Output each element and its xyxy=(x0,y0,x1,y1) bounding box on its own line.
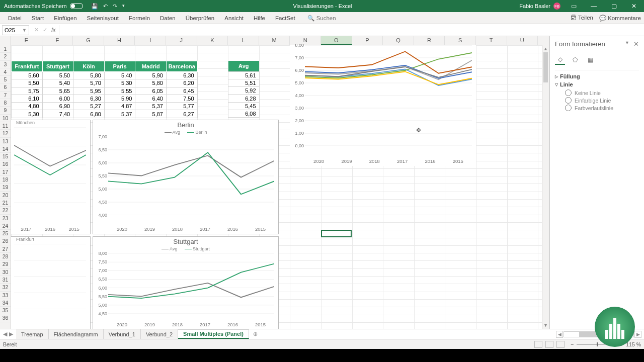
table-cell[interactable]: 5,37 xyxy=(104,110,135,118)
ribbon-tab-start[interactable]: Start xyxy=(27,12,49,24)
maximize-icon[interactable]: ▢ xyxy=(604,3,624,10)
table-cell[interactable]: 6,80 xyxy=(73,110,105,118)
name-box-dropdown-icon[interactable]: ▼ xyxy=(22,28,27,33)
row-header-27[interactable]: 27 xyxy=(0,245,11,253)
ribbon-tab-seitenlayout[interactable]: Seitenlayout xyxy=(82,12,124,24)
table-cell[interactable]: 5,40 xyxy=(42,79,73,87)
table-cell[interactable]: 5,55 xyxy=(104,87,135,95)
effects-tab-icon[interactable]: ⬠ xyxy=(570,55,580,65)
column-header-O[interactable]: O xyxy=(321,36,352,45)
table-cell[interactable]: 6,30 xyxy=(73,95,105,102)
table-cell[interactable]: 5,30 xyxy=(12,110,43,118)
row-header-32[interactable]: 32 xyxy=(0,284,11,291)
line-option-gradient[interactable]: Farbverlaufslinie xyxy=(565,105,639,111)
column-header-H[interactable]: H xyxy=(104,36,135,45)
chart-berlin[interactable]: Berlin Avg Berlin 4,004,505,005,506,006,… xyxy=(93,120,279,234)
table-cell[interactable]: 7,50 xyxy=(166,95,197,102)
vertical-scrollbar[interactable]: ▲ ▼ xyxy=(542,45,549,329)
table-cell[interactable]: 5,70 xyxy=(73,79,105,87)
column-header-E[interactable]: E xyxy=(11,36,42,45)
table-cell[interactable]: 5,75 xyxy=(12,87,43,95)
table-cell[interactable]: 5,50 xyxy=(42,72,73,79)
table-cell[interactable]: 6,00 xyxy=(42,95,73,102)
table-cell[interactable]: 6,10 xyxy=(12,95,43,102)
formula-input[interactable] xyxy=(59,25,644,35)
column-header-I[interactable]: I xyxy=(135,36,166,45)
row-header-35[interactable]: 35 xyxy=(0,307,11,314)
table-cell[interactable]: 5,27 xyxy=(73,103,105,110)
pane-close-icon[interactable]: ✕ xyxy=(633,40,639,48)
add-sheet-icon[interactable]: ⊕ xyxy=(249,331,262,337)
row-header-2[interactable]: 2 xyxy=(0,53,11,60)
table-cell[interactable]: 5,80 xyxy=(135,79,167,87)
table-cell[interactable]: 5,40 xyxy=(104,72,135,79)
column-header-F[interactable]: F xyxy=(42,36,73,45)
name-box[interactable]: O25 ▼ xyxy=(2,25,29,35)
table-cell[interactable]: 4,80 xyxy=(12,103,43,110)
fx-icon[interactable]: fx xyxy=(51,27,56,33)
cells-area[interactable]: FrankfurtStuttgartKölnParisMadridBarcelo… xyxy=(11,45,549,329)
row-header-11[interactable]: 11 xyxy=(0,122,11,130)
ribbon-tab-hilfe[interactable]: Hilfe xyxy=(249,12,270,24)
row-header-30[interactable]: 30 xyxy=(0,268,11,276)
chart-stuttgart[interactable]: Stuttgart Avg Stuttgart 4,505,005,506,00… xyxy=(93,236,279,329)
undo-icon[interactable]: ↶ xyxy=(103,3,108,10)
ribbon-tab-ansicht[interactable]: Ansicht xyxy=(219,12,249,24)
cancel-formula-icon[interactable]: ✕ xyxy=(34,27,39,33)
table-cell[interactable]: 6,05 xyxy=(135,87,167,95)
page-layout-view-icon[interactable] xyxy=(545,341,553,348)
row-header-34[interactable]: 34 xyxy=(0,299,11,307)
ribbon-tab-einfuegen[interactable]: Einfügen xyxy=(49,12,82,24)
row-header-1[interactable]: 1 xyxy=(0,45,11,53)
ribbon-tab-factset[interactable]: FactSet xyxy=(270,12,300,24)
row-header-3[interactable]: 3 xyxy=(0,61,11,68)
line-option-solid[interactable]: Einfarbige Linie xyxy=(565,97,639,104)
table-cell[interactable]: 7,40 xyxy=(42,110,73,118)
close-icon[interactable]: ✕ xyxy=(624,3,644,10)
column-header-S[interactable]: S xyxy=(445,36,476,45)
column-header-T[interactable]: T xyxy=(476,36,507,45)
row-header-8[interactable]: 8 xyxy=(0,99,11,107)
row-header-22[interactable]: 22 xyxy=(0,207,11,214)
column-header-P[interactable]: P xyxy=(352,36,383,45)
table-cell[interactable]: 5,87 xyxy=(135,110,167,118)
sheet-tab-small-multiples-panel-[interactable]: Small Multiples (Panel) xyxy=(178,329,249,339)
select-all-corner[interactable] xyxy=(0,36,11,45)
table-cell[interactable]: 5,37 xyxy=(135,103,167,110)
row-header-12[interactable]: 12 xyxy=(0,130,11,137)
column-header-M[interactable]: M xyxy=(259,36,290,45)
vscroll-thumb[interactable] xyxy=(543,52,548,82)
table-cell[interactable]: 6,20 xyxy=(166,79,197,87)
page-break-view-icon[interactable] xyxy=(556,341,565,348)
column-header-U[interactable]: U xyxy=(507,36,538,45)
sheet-tab-fl-chendiagramm[interactable]: Flächendiagramm xyxy=(49,329,104,339)
column-header-R[interactable]: R xyxy=(414,36,445,45)
ribbon-tab-formeln[interactable]: Formeln xyxy=(124,12,155,24)
row-header-10[interactable]: 10 xyxy=(0,115,11,122)
row-header-9[interactable]: 9 xyxy=(0,107,11,114)
row-header-31[interactable]: 31 xyxy=(0,276,11,284)
autosave[interactable]: Automatisches Speichern xyxy=(0,3,87,9)
avg-cell[interactable]: 6,08 xyxy=(228,110,260,117)
sheet-tab-verbund-2[interactable]: Verbund_2 xyxy=(141,329,178,339)
fill-line-tab-icon[interactable]: ◇ xyxy=(555,55,565,65)
hscroll-right-icon[interactable]: ▶ xyxy=(634,331,641,338)
table-cell[interactable]: 6,27 xyxy=(166,110,197,118)
normal-view-icon[interactable] xyxy=(534,341,542,348)
row-header-36[interactable]: 36 xyxy=(0,314,11,322)
line-option-none[interactable]: Keine Linie xyxy=(565,89,639,96)
table-cell[interactable]: 5,90 xyxy=(104,95,135,102)
tell-me-search[interactable]: 🔍 Suchen xyxy=(307,15,336,22)
avg-cell[interactable]: 5,45 xyxy=(228,102,260,110)
fill-section-header[interactable]: ▷ Füllung xyxy=(555,73,639,79)
scroll-up-icon[interactable]: ▲ xyxy=(542,45,549,52)
table-cell[interactable]: 5,80 xyxy=(73,72,105,79)
table-cell[interactable]: 5,30 xyxy=(104,79,135,87)
line-section-header[interactable]: ▽ Linie xyxy=(555,81,639,87)
row-header-21[interactable]: 21 xyxy=(0,199,11,207)
zoom-out-icon[interactable]: − xyxy=(571,341,574,347)
hscroll-left-icon[interactable]: ◀ xyxy=(556,331,563,338)
column-header-J[interactable]: J xyxy=(166,36,197,45)
size-tab-icon[interactable]: ▦ xyxy=(585,55,595,65)
sheet-nav-next-icon[interactable]: ▶ xyxy=(9,331,13,337)
